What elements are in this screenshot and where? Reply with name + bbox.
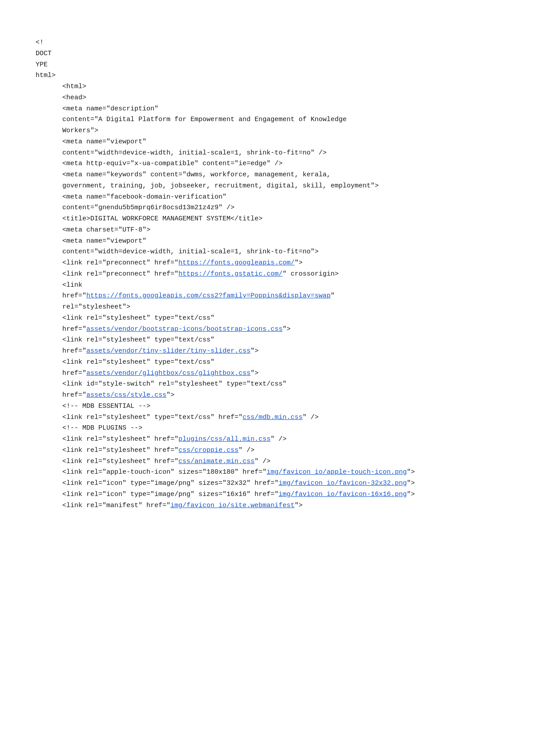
code-link[interactable]: css/croppie.css xyxy=(178,447,239,454)
code-link[interactable]: assets/vendor/glightbox/css/glightbox.cs… xyxy=(86,370,251,377)
code-link[interactable]: plugins/css/all.min.css xyxy=(178,435,271,443)
code-link[interactable]: css/mdb.min.css xyxy=(243,414,303,421)
code-link[interactable]: assets/css/style.css xyxy=(86,391,166,399)
code-link[interactable]: img/favicon_io/favicon-16x16.png xyxy=(279,491,407,498)
code-link[interactable]: img/favicon_io/site.webmanifest xyxy=(170,502,295,509)
code-link[interactable]: assets/vendor/tiny-slider/tiny-slider.cs… xyxy=(86,347,251,355)
code-link[interactable]: img/favicon_io/favicon-32x32.png xyxy=(279,480,407,487)
code-link[interactable]: https://fonts.gstatic.com/ xyxy=(178,270,283,278)
code-viewer: <!DOCTYPEhtml><html><head><meta name="de… xyxy=(36,27,498,511)
code-link[interactable]: https://fonts.googleapis.com/css2?family… xyxy=(86,292,331,300)
code-link[interactable]: https://fonts.googleapis.com/ xyxy=(178,259,295,267)
code-link[interactable]: assets/vendor/bootstrap-icons/bootstrap-… xyxy=(86,325,283,333)
code-link[interactable]: img/favicon_io/apple-touch-icon.png xyxy=(267,468,407,476)
code-link[interactable]: css/animate.min.css xyxy=(178,458,255,465)
